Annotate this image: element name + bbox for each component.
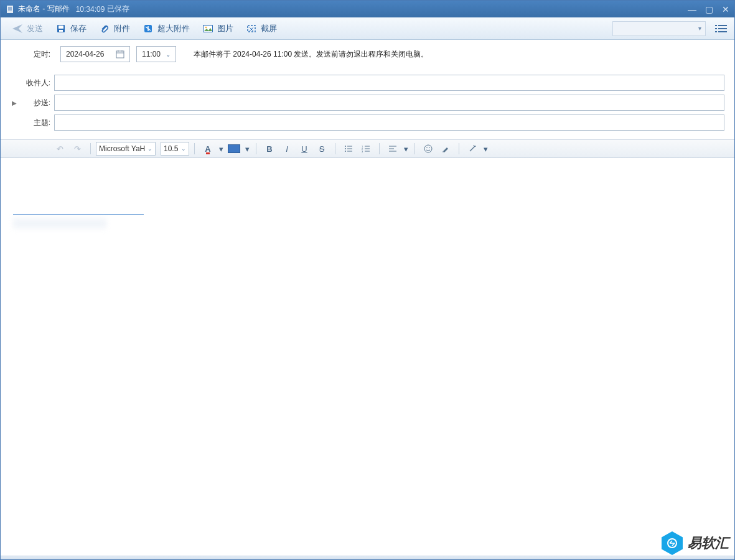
mail-content[interactable]: [13, 168, 722, 193]
font-size-value: 10.5: [164, 144, 178, 153]
schedule-time-input[interactable]: 11:00 ⌄: [136, 46, 176, 62]
schedule-message: 本邮件将于 2024-04-26 11:00 发送。发送前请勿退出程序和关闭电脑…: [194, 49, 428, 60]
clear-format-button[interactable]: [438, 142, 454, 156]
send-icon: [12, 23, 23, 34]
document-icon: [6, 5, 14, 14]
window-title: 未命名 - 写邮件: [18, 4, 70, 14]
big-attach-icon: [143, 23, 154, 34]
chevron-down-icon: ▾: [698, 25, 701, 32]
save-icon: [55, 23, 67, 34]
font-select[interactable]: Microsoft YaH ⌄: [96, 142, 156, 156]
color-dropdown[interactable]: ▾: [217, 142, 225, 156]
svg-point-31: [424, 145, 432, 152]
svg-rect-0: [7, 6, 13, 13]
big-attach-label: 超大附件: [157, 23, 190, 34]
magic-dropdown[interactable]: ▾: [482, 142, 489, 156]
magic-button[interactable]: [464, 142, 480, 156]
align-dropdown[interactable]: ▾: [402, 142, 410, 156]
save-button[interactable]: 保存: [49, 21, 93, 37]
schedule-row: 定时: 2024-04-26 11:00 ⌄ 本邮件将于 2024-04-26 …: [1, 40, 734, 68]
align-button[interactable]: [385, 142, 401, 156]
svg-point-33: [429, 147, 430, 148]
screenshot-button[interactable]: 截屏: [240, 21, 283, 37]
account-dropdown[interactable]: ▾: [612, 21, 706, 36]
schedule-label: 定时:: [28, 49, 50, 60]
text-color-button[interactable]: A: [200, 142, 216, 156]
cc-input[interactable]: [54, 95, 724, 111]
send-button[interactable]: 发送: [6, 21, 49, 37]
schedule-date-input[interactable]: 2024-04-26: [60, 46, 130, 62]
chevron-down-icon: ⌄: [166, 51, 171, 58]
to-label: 收件人:: [19, 78, 54, 88]
underline-button[interactable]: U: [296, 142, 312, 156]
main-toolbar: 发送 保存 附件 超大附件 图片: [1, 17, 734, 40]
bullet-list-button[interactable]: [340, 142, 357, 156]
schedule-date-value: 2024-04-26: [66, 50, 104, 58]
chevron-down-icon: ⌄: [147, 146, 152, 152]
font-size-select[interactable]: 10.5 ⌄: [161, 142, 189, 156]
schedule-time-value: 11:00: [142, 50, 161, 58]
redo-button[interactable]: ↷: [69, 142, 85, 156]
svg-point-18: [345, 148, 346, 149]
bold-button[interactable]: B: [261, 142, 278, 156]
big-attach-button[interactable]: 超大附件: [136, 21, 196, 37]
image-icon: [202, 23, 213, 34]
italic-button[interactable]: I: [279, 142, 295, 156]
save-label: 保存: [70, 23, 87, 34]
close-button[interactable]: ✕: [722, 4, 729, 14]
to-input[interactable]: [54, 75, 724, 91]
svg-text:3: 3: [362, 150, 363, 152]
compose-fields: 收件人: ▶ 抄送: 主题:: [1, 68, 734, 134]
svg-point-16: [345, 146, 346, 147]
cc-label: 抄送:: [19, 98, 54, 108]
screenshot-icon: [246, 23, 257, 34]
watermark: 易软汇: [662, 531, 729, 555]
chevron-down-icon: ⌄: [181, 146, 186, 152]
svg-point-20: [345, 151, 346, 152]
subject-input[interactable]: [54, 114, 724, 131]
svg-rect-6: [59, 30, 63, 32]
attach-label: 附件: [114, 23, 130, 34]
highlight-button[interactable]: [226, 142, 242, 156]
watermark-text: 易软汇: [688, 534, 729, 553]
svg-rect-12: [116, 51, 124, 58]
saved-status: 已保存: [107, 4, 129, 14]
editor-body[interactable]: [1, 158, 734, 556]
signature-text: [13, 218, 106, 228]
paperclip-icon: [99, 23, 110, 34]
expand-cc-icon[interactable]: ▶: [12, 100, 19, 106]
minimize-button[interactable]: —: [688, 4, 696, 14]
svg-point-10: [205, 26, 207, 28]
subject-label: 主题:: [19, 118, 54, 128]
send-label: 发送: [27, 23, 43, 34]
undo-button[interactable]: ↶: [52, 142, 68, 156]
svg-point-32: [426, 147, 428, 148]
calendar-icon: [116, 50, 124, 58]
save-timestamp: 10:34:09: [76, 5, 105, 14]
menu-button[interactable]: [716, 22, 729, 35]
font-value: Microsoft YaH: [99, 144, 145, 153]
image-button[interactable]: 图片: [196, 21, 240, 37]
window-bottom-border: [1, 556, 734, 559]
editor-toolbar: ↶ ↷ Microsoft YaH ⌄ 10.5 ⌄ A ▾ ▾ B I U S…: [1, 139, 734, 158]
watermark-logo-icon: [662, 531, 683, 555]
attach-button[interactable]: 附件: [93, 21, 136, 37]
svg-rect-5: [59, 26, 63, 29]
screenshot-label: 截屏: [261, 23, 277, 34]
signature-divider: [13, 214, 144, 215]
svg-rect-11: [248, 26, 255, 32]
number-list-button[interactable]: 123: [358, 142, 374, 156]
image-label: 图片: [217, 23, 233, 34]
highlight-dropdown[interactable]: ▾: [243, 142, 251, 156]
maximize-button[interactable]: ▢: [705, 4, 713, 14]
strikethrough-button[interactable]: S: [314, 142, 330, 156]
titlebar: 未命名 - 写邮件 10:34:09 已保存 — ▢ ✕: [1, 1, 734, 17]
emoji-button[interactable]: [420, 142, 436, 156]
